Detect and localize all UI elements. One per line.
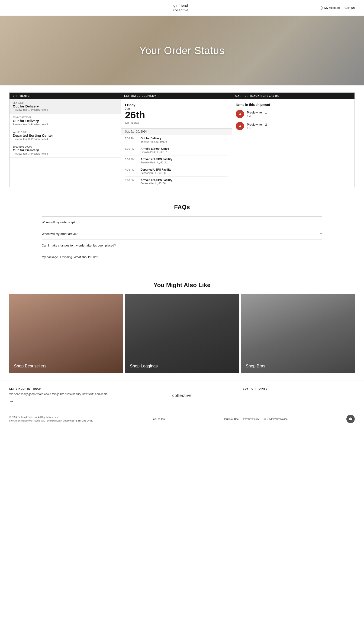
faq-item-2[interactable]: Can I make changes to my order after it'… — [42, 240, 322, 251]
event-title: Arrived at USPS Facility — [140, 158, 172, 161]
shipment-id: J3NNY-8675309 — [13, 116, 118, 119]
faq-expand-icon-2: + — [320, 243, 322, 248]
ymali-card-leggings[interactable]: Shop Leggings — [125, 294, 239, 373]
faq-expand-icon-3: + — [320, 255, 322, 260]
delivery-column: ESTIMATED DELIVERY Friday Jan 26th On it… — [121, 93, 232, 187]
header-actions: ◯ My Account Cart (0) — [320, 6, 355, 10]
ymali-title: You Might Also Like — [9, 282, 355, 289]
ymali-card-bras-label: Shop Bras — [246, 364, 265, 369]
footer-top: LET'S KEEP IN TOUCH We send really good … — [0, 380, 364, 411]
shipment-status: Departed Sorting Center — [13, 134, 118, 138]
ymali-card-bestsellers[interactable]: Shop Best sellers — [9, 294, 123, 373]
footer-privacy-link[interactable]: Privacy Policy — [243, 418, 259, 420]
delivery-status: On its way — [125, 121, 228, 124]
shipment-item-row-1: W Preview Item 2 x 1 — [236, 122, 351, 130]
newsletter-arrow-icon[interactable]: → — [9, 399, 121, 404]
back-to-top[interactable]: Back to Top — [152, 418, 165, 420]
event-time: 5:36 PM — [125, 158, 138, 164]
newsletter-title: LET'S KEEP IN TOUCH — [9, 387, 121, 390]
shipment-id: 10110101-99999 — [13, 145, 118, 148]
event-location: Franklin Park, IL, 60131 — [140, 151, 168, 153]
timeline-date-header: Sat, Jan 20, 2024 — [121, 128, 232, 135]
faq-item-1[interactable]: When will my order arrive? + — [42, 228, 322, 240]
shipment-item-1[interactable]: J3NNY-8675309 Out for Delivery Preview I… — [10, 114, 121, 128]
footer-ccpa-link[interactable]: CCPA Privacy Notice — [264, 418, 288, 420]
timeline-event-2: 5:36 PM Arrived at USPS Facility Frankli… — [125, 156, 228, 166]
delivery-day: Friday — [125, 103, 228, 107]
ymali-grid: Shop Best sellers Shop Leggings Shop Bra… — [9, 294, 355, 373]
faqs-title: FAQs — [42, 204, 322, 211]
item-icon-1: W — [236, 122, 244, 130]
shipment-item-3[interactable]: 10110101-99999 Out for Delivery Preview … — [10, 143, 121, 158]
item-info-0: Preview Item 1 x 2 — [247, 111, 267, 118]
ymali-card-leggings-label: Shop Leggings — [130, 364, 158, 369]
faq-question-1: When will my order arrive? — [42, 232, 78, 236]
shipment-preview: Preview Item 3, Preview Item 4 — [13, 123, 118, 126]
chat-icon[interactable]: 💬 — [346, 415, 355, 423]
shipment-status: Out for Delivery — [13, 148, 118, 152]
footer-copyright: © 2024 Girlfriend Collective All Rights … — [9, 415, 93, 422]
faqs-list: When will my order ship? + When will my … — [42, 216, 322, 263]
ymali-card-bras[interactable]: Shop Bras — [241, 294, 355, 373]
event-time: 6:36 PM — [125, 147, 138, 154]
shipment-items: W Preview Item 1 x 2 W Preview Item 2 x … — [236, 110, 351, 130]
items-in-shipment-title: Items in this shipment — [236, 103, 351, 107]
footer-bottom: © 2024 Girlfriend Collective All Rights … — [0, 411, 364, 427]
copyright-line1: © 2024 Girlfriend Collective All Rights … — [9, 415, 93, 419]
item-icon-0: W — [236, 110, 244, 118]
timeline-event-3: 4:36 PM Departed USPS Facility Bensenvil… — [125, 166, 228, 177]
delivery-date-box: Friday Jan 26th On its way — [121, 99, 232, 128]
my-account-link[interactable]: ◯ My Account — [320, 6, 340, 10]
cart-link[interactable]: Cart (0) — [344, 6, 355, 10]
timeline-event-1: 6:36 PM Arrived at Post Office Franklin … — [125, 145, 228, 156]
item-name: Preview Item 2 — [247, 123, 267, 126]
logo[interactable]: girlfriend collective — [173, 3, 188, 12]
event-title: Out for Delivery — [140, 137, 167, 140]
shipment-id: xyz-8675309 — [13, 131, 118, 134]
shipment-item-0[interactable]: 867-5309 Out for Delivery Preview Item 1… — [10, 99, 121, 114]
timeline-events: 7:36 PM Out for Delivery Schiller Park, … — [125, 135, 228, 187]
event-location: Bensenville, IL, 60106 — [140, 172, 166, 174]
faq-item-3[interactable]: My package is missing. What should I do?… — [42, 251, 322, 263]
item-qty: x 2 — [247, 114, 267, 118]
shipments-header: SHIPMENTS — [10, 93, 121, 99]
ymali-section: You Might Also Like Shop Best sellers Sh… — [0, 272, 364, 380]
shipment-preview: Preview Item 3, Preview Item 4 — [13, 138, 118, 140]
event-desc: Departed USPS Facility Bensenville, IL, … — [140, 168, 172, 175]
order-status-section: SHIPMENTS 867-5309 Out for Delivery Prev… — [0, 86, 364, 194]
newsletter-desc: We send really good emails about things … — [9, 392, 121, 396]
event-title: Departed USPS Facility — [140, 168, 172, 171]
hero-section: Your Order Status — [0, 16, 364, 86]
event-desc: Arrived at Post Office Franklin Park, IL… — [140, 147, 169, 154]
shipment-id: 867-5309 — [13, 102, 118, 104]
faqs-section: FAQs When will my order ship? + When wil… — [0, 194, 364, 272]
event-title: Arrived at Post Office — [140, 147, 169, 150]
shipment-preview: Preview Item 1, Preview Item 2 — [13, 108, 118, 111]
items-list: Items in this shipment W Preview Item 1 … — [232, 99, 354, 138]
faq-question-3: My package is missing. What should I do? — [42, 255, 98, 259]
event-time: 3:36 PM — [125, 179, 138, 185]
footer-newsletter: LET'S KEEP IN TOUCH We send really good … — [9, 387, 121, 404]
shipment-item-row-0: W Preview Item 1 x 2 — [236, 110, 351, 118]
user-icon: ◯ — [320, 6, 323, 10]
faq-expand-icon-0: + — [320, 220, 322, 225]
faq-question-0: When will my order ship? — [42, 221, 76, 224]
faq-expand-icon-1: + — [320, 231, 322, 236]
delivery-header: ESTIMATED DELIVERY — [121, 93, 232, 99]
event-title: Arrived at USPS Facility — [140, 179, 172, 182]
item-info-1: Preview Item 2 x 1 — [247, 123, 267, 130]
faq-item-0[interactable]: When will my order ship? + — [42, 216, 322, 228]
footer-logo: collective — [126, 387, 238, 404]
footer-terms-link[interactable]: Terms of Use — [224, 418, 239, 420]
event-location: Franklin Park, IL, 60131 — [140, 161, 168, 164]
event-desc: Arrived at USPS Facility Bensenville, IL… — [140, 179, 172, 185]
event-time: 4:36 PM — [125, 168, 138, 175]
event-desc: Out for Delivery Schiller Park, IL, 6017… — [140, 137, 167, 143]
shipment-preview: Preview Item 3, Preview Item 4 — [13, 152, 118, 155]
order-grid: SHIPMENTS 867-5309 Out for Delivery Prev… — [9, 92, 355, 187]
shipments-column: SHIPMENTS 867-5309 Out for Delivery Prev… — [10, 93, 121, 187]
event-desc: Arrived at USPS Facility Franklin Park, … — [140, 158, 172, 164]
shipment-item-2[interactable]: xyz-8675309 Departed Sorting Center Prev… — [10, 128, 121, 143]
delivery-date: 26th — [125, 110, 228, 120]
items-column: CARRIER TRACKING: 867-5309 Items in this… — [232, 93, 354, 187]
